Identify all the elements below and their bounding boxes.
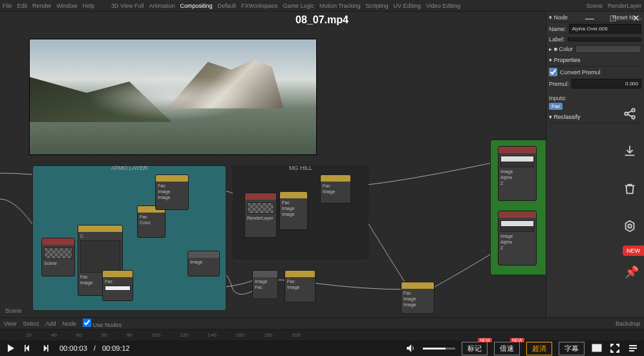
node-mix-3[interactable]: Fac Image [284,270,316,302]
new-badge: NEW [623,246,644,256]
ws-gamelogic[interactable]: Game Logic [283,3,314,9]
menu-edit[interactable]: Edit [17,3,28,9]
menu-render[interactable]: Render [32,3,52,9]
ws-uv[interactable]: UV Editing [393,3,421,9]
menu-node[interactable]: Node [62,320,76,327]
svg-rect-9 [47,345,48,352]
timeline[interactable]: 20 40 60 80 90 100 120 140 160 180 200 [0,329,644,340]
current-time: 00:00:03 [59,344,87,352]
node-editor-canvas[interactable]: ATMO LAYER MG HILL Scene C Fac Image Fac… [0,12,546,317]
scene-selector[interactable]: Scene [586,3,603,9]
volume-icon[interactable] [405,342,416,354]
ws-scripting[interactable]: Scripting [365,3,388,9]
ws-3dview[interactable]: 3D View Full [111,3,144,9]
video-playbar: 00:00:03 / 00:09:12 标记NEW 倍速NEW 超清 字幕 [0,340,644,356]
share-icon[interactable] [619,103,640,124]
node-alpha-over-2[interactable]: Fac Image [320,174,351,204]
convert-label: Convert Premul [560,69,601,76]
ws-video[interactable]: Video Editing [426,3,460,9]
total-time: 00:09:12 [102,344,130,352]
node-viewer[interactable]: Image Alpha Z [498,146,537,201]
node-value[interactable]: Image [188,251,220,277]
prev-button[interactable] [23,342,35,354]
name-field[interactable]: Alpha Over.008 [569,24,641,34]
node-alpha-over-3[interactable]: Fac Image Image [401,282,435,314]
properties-section[interactable]: ▾ Properties [549,54,641,67]
ws-default[interactable]: Default [218,3,237,9]
layer-selector[interactable]: RenderLayer [608,3,641,9]
speed-button[interactable]: 倍速NEW [494,342,520,355]
pip-icon[interactable] [591,342,603,354]
ws-animation[interactable]: Animation [149,3,175,9]
group-label: MG HILL [289,165,312,171]
ws-motion[interactable]: Motion Tracking [319,3,361,9]
group-label: ATMO LAYER [111,165,148,171]
node-editor-header: View Select Add Node Use Nodes Backdrop [0,317,644,329]
floating-toolbar [619,103,640,236]
svg-marker-3 [626,221,634,232]
premul-value[interactable]: 0.000 [572,79,641,89]
fullscreen-icon[interactable] [609,342,621,354]
panel-title: ▾ Node [549,14,568,21]
download-icon[interactable] [619,141,640,162]
svg-rect-12 [597,348,601,351]
svg-marker-6 [26,345,29,352]
svg-point-4 [628,224,632,228]
play-button[interactable] [5,342,17,354]
svg-marker-5 [8,344,14,352]
delete-icon[interactable] [619,178,640,199]
menu-add[interactable]: Add [45,320,56,327]
video-title: 08_07.mp4 [295,14,349,26]
svg-marker-8 [44,345,47,352]
node-alpha-over[interactable]: Fac Image Image [155,174,189,210]
inputs-label: Inputs: [549,95,641,101]
window-maximize-button[interactable]: □ [608,13,618,23]
color-label[interactable]: Color [559,46,573,52]
next-button[interactable] [41,342,53,354]
backdrop-toggle[interactable]: Backdrop [616,320,640,327]
quality-button[interactable]: 超清 [526,342,552,355]
backdrop-viewer [29,39,317,155]
menu-file[interactable]: File [3,3,12,9]
label-field[interactable] [568,37,641,41]
scene-label: Scene [5,308,22,314]
menu-view[interactable]: View [4,320,16,327]
svg-marker-10 [407,344,411,352]
fac-input[interactable]: Fac [549,103,563,110]
premul-label: Premul: [549,81,569,87]
window-minimize-button[interactable]: — [585,13,595,23]
node-renderlayers-2[interactable]: RenderLayer [244,193,277,238]
window-close-button[interactable]: ✕ [631,13,641,23]
svg-rect-7 [25,345,26,352]
node-mix[interactable]: Fac [102,270,133,301]
menu-help[interactable]: Help [83,3,95,9]
pin-icon[interactable]: 📌 [625,265,639,279]
settings-icon[interactable] [619,216,640,236]
name-label: Name: [549,26,566,32]
ws-compositing[interactable]: Compositing [180,3,212,9]
menu-select[interactable]: Select [23,320,39,327]
node-renderlayers[interactable]: Scene [41,238,75,277]
convert-premul-checkbox[interactable] [549,68,557,76]
node-invert[interactable]: Fac Color [137,205,166,238]
node-blur[interactable]: Image Fac [252,270,278,299]
node-composite[interactable]: Image Alpha Z [498,211,537,266]
color-slider[interactable] [575,45,641,53]
ws-fx[interactable]: FXWorkspace [241,3,277,9]
use-nodes-toggle[interactable]: Use Nodes [83,319,122,328]
menu-window[interactable]: Window [57,3,78,9]
playlist-icon[interactable] [627,342,639,354]
node-mix-2[interactable]: Fac Image Image [279,191,308,230]
label-label: Label: [549,36,565,43]
mark-button[interactable]: 标记NEW [462,342,488,355]
subtitle-button[interactable]: 字幕 [559,342,585,355]
volume-slider[interactable] [423,348,455,350]
top-menu-bar: File Edit Render Window Help 3D View Ful… [0,0,644,12]
